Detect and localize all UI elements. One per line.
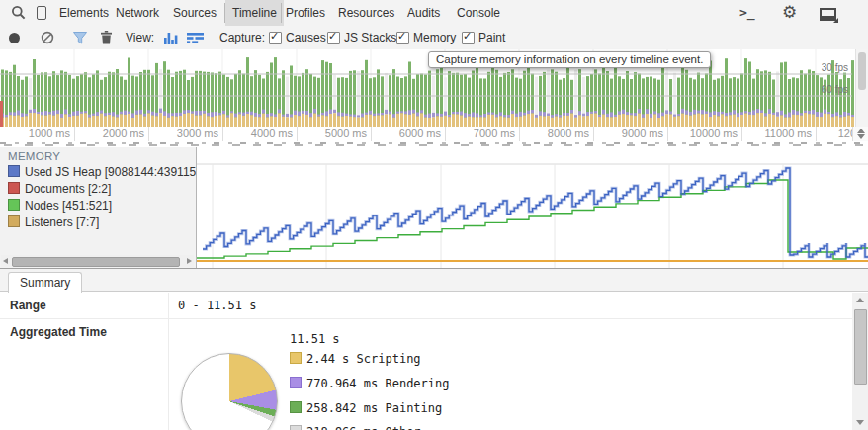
dock-side-icon[interactable] [820, 8, 836, 21]
memory-legend-item: Listeners [7:7] [8, 215, 99, 230]
record-icon[interactable] [9, 33, 20, 43]
legend-swatch [8, 165, 20, 177]
details-tab-bar: Summary [0, 269, 868, 292]
tab-summary[interactable]: Summary [8, 272, 82, 293]
legend-swatch [290, 352, 302, 364]
checkbox-label[interactable]: Memory [413, 26, 456, 49]
spinner-down-icon[interactable] [857, 134, 865, 139]
summary-table: Range 0 - 11.51 s Aggregated Time 11.51 … [0, 293, 852, 430]
memory-legend-pane: MEMORY Used JS Heap [9088144:43911512]Do… [0, 147, 197, 268]
checkbox-label[interactable]: JS Stacks [344, 26, 396, 49]
checkbox-js-stacks[interactable] [327, 32, 340, 44]
ruler-tick-label: 11000 ms [733, 127, 812, 141]
pie-legend-item: 218.966 ms Other [290, 425, 421, 430]
checkbox-paint[interactable] [462, 32, 475, 44]
view-bars-icon[interactable] [164, 32, 179, 44]
legend-label: 770.964 ms Rendering [306, 377, 450, 390]
checkbox-label[interactable]: Paint [478, 26, 505, 49]
summary-scrollbar[interactable] [852, 293, 868, 430]
ruler-tick-label: 5000 ms [288, 127, 367, 141]
scrollbar-thumb[interactable] [854, 309, 867, 385]
time-ruler: 1000 ms2000 ms3000 ms4000 ms5000 ms6000 … [0, 127, 868, 141]
tab-audits[interactable]: Audits [407, 0, 440, 26]
filter-icon[interactable] [73, 32, 87, 44]
legend-swatch [8, 182, 20, 194]
pie-legend-item: 2.44 s Scripting [290, 352, 421, 366]
capture-label: Capture: [219, 26, 265, 49]
legend-swatch [290, 425, 302, 430]
legend-label: Nodes [451:521] [25, 199, 112, 213]
ruler-tick-label: 9000 ms [584, 127, 663, 141]
tab-profiles[interactable]: Profiles [286, 0, 325, 26]
legend-label: 218.966 ms Other [306, 425, 421, 430]
search-icon[interactable] [11, 5, 27, 21]
legend-swatch [8, 215, 20, 227]
console-drawer-icon[interactable]: >_ [739, 0, 755, 26]
scroll-down-icon[interactable] [856, 420, 864, 425]
legend-label: 2.44 s Scripting [306, 352, 421, 366]
legend-label: Listeners [7:7] [25, 215, 99, 229]
view-label: View: [126, 26, 154, 49]
clear-icon[interactable] [41, 31, 54, 44]
scrollbar-thumb[interactable] [12, 257, 180, 267]
legend-label: Used JS Heap [9088144:43911512] [25, 165, 197, 179]
checkbox-causes[interactable] [269, 32, 282, 44]
tab-separator [224, 3, 225, 23]
ruler-tick-label: 6000 ms [362, 127, 441, 141]
pie-legend-item: 258.842 ms Painting [290, 401, 442, 415]
tab-timeline[interactable]: Timeline [225, 0, 284, 26]
legend-label: 258.842 ms Painting [306, 401, 442, 415]
ruler-tick-label: 1000 ms [0, 127, 70, 141]
scroll-left-icon[interactable] [3, 258, 8, 264]
tab-network[interactable]: Network [116, 0, 159, 26]
svg-text:60 fps: 60 fps [822, 84, 848, 95]
legend-label: Documents [2:2] [25, 182, 111, 196]
ruler-spinner[interactable] [852, 127, 868, 141]
tab-sources[interactable]: Sources [173, 0, 217, 26]
range-value: 0 - 11.51 s [178, 299, 256, 312]
memory-horizontal-scrollbar[interactable] [1, 255, 194, 267]
memory-legend-item: Documents [2:2] [8, 182, 111, 197]
tab-separator [281, 3, 282, 23]
memory-legend-item: Nodes [451:521] [8, 199, 112, 214]
ruler-tick-label: 7000 ms [436, 127, 515, 141]
aggregated-time-label: Aggregated Time [10, 325, 107, 339]
pie-legend-item: 770.964 ms Rendering [290, 377, 450, 390]
ruler-tick-label: 8000 ms [510, 127, 589, 141]
legend-swatch [290, 401, 302, 413]
range-row: Range 0 - 11.51 s [0, 293, 852, 319]
scroll-right-icon[interactable] [187, 258, 192, 264]
scroll-up-icon[interactable] [856, 298, 864, 302]
pie-total: 11.51 s [290, 332, 340, 346]
ruler-tick-label: 10000 ms [658, 127, 738, 141]
range-label: Range [10, 299, 46, 312]
overview-scrollbar-thumb[interactable] [858, 52, 866, 90]
memory-counters-chart [197, 147, 868, 268]
overview-scrollbar[interactable] [855, 49, 868, 127]
ruler-tick-label: 3000 ms [139, 127, 218, 141]
trash-icon[interactable] [100, 31, 113, 44]
checkbox-label[interactable]: Causes [286, 26, 326, 49]
memory-legend-item: Used JS Heap [9088144:43911512] [8, 165, 197, 180]
memory-pane-title: MEMORY [8, 150, 60, 162]
tab-console[interactable]: Console [457, 0, 500, 26]
ruler-tick-label: 4000 ms [214, 127, 293, 141]
tab-elements[interactable]: Elements [59, 0, 109, 26]
device-toolbar-icon[interactable] [37, 6, 46, 20]
view-frames-icon[interactable] [187, 32, 206, 44]
tooltip: Capture memory information on every time… [428, 51, 711, 68]
tab-resources[interactable]: Resources [338, 0, 394, 26]
svg-text:30 fps: 30 fps [822, 62, 848, 73]
spinner-up-icon[interactable] [857, 129, 865, 133]
settings-gear-icon[interactable]: ⚙ [782, 0, 797, 25]
aggregated-time-pie-chart [181, 353, 278, 430]
legend-swatch [290, 377, 302, 388]
legend-swatch [8, 199, 20, 211]
ruler-tick-label: 2000 ms [65, 127, 144, 141]
timeline-toolbar: View: Capture: CausesJS StacksMemoryPain… [0, 26, 868, 50]
devtools-tab-bar: ElementsNetworkSourcesTimelineProfilesRe… [0, 0, 868, 26]
checkbox-memory[interactable] [396, 32, 409, 44]
